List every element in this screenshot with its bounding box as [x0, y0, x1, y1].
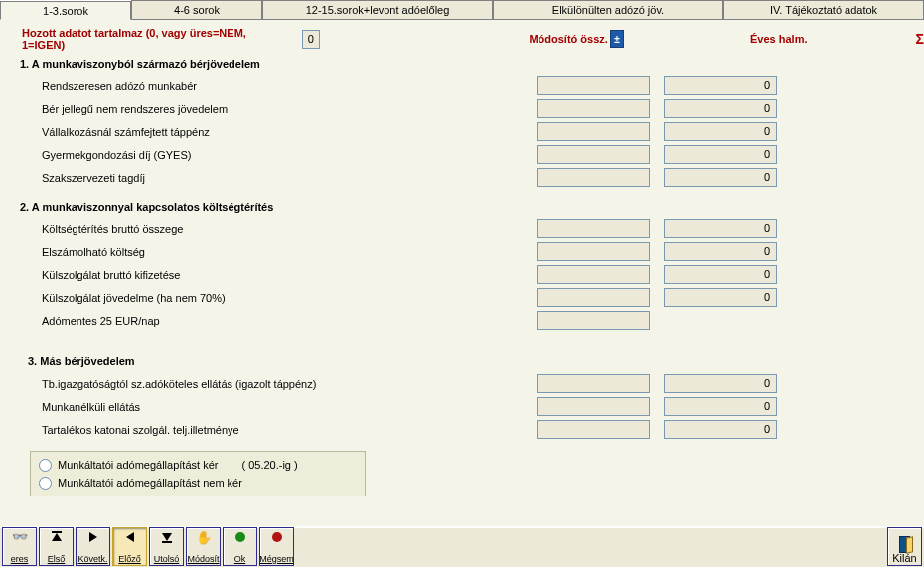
radio-icon	[39, 477, 52, 490]
annual-input[interactable]: 0	[664, 265, 777, 284]
mod-input[interactable]	[537, 168, 650, 187]
radio-label: Munkáltatói adómegállapítást nem kér	[58, 477, 242, 489]
last-button[interactable]: Utolsó	[149, 527, 184, 566]
mod-input[interactable]	[537, 420, 650, 439]
radio-date: ( 05.20.-ig )	[241, 459, 297, 471]
mod-input[interactable]	[537, 76, 650, 95]
button-label: Utolsó	[154, 554, 180, 564]
employer-assessment-group: Munkáltatói adómegállapítást kér ( 05.20…	[30, 451, 366, 496]
row-label: Adómentes 25 EUR/nap	[0, 315, 499, 327]
prev-icon	[122, 530, 138, 544]
button-label: Mégsem	[259, 554, 294, 564]
tab-separate[interactable]: Elkülönülten adózó jöv.	[493, 0, 723, 19]
first-button[interactable]: Első	[39, 527, 74, 566]
mod-input[interactable]	[537, 265, 650, 284]
hand-icon: ✋	[196, 530, 212, 544]
row-label: Szakszervezeti tagdíj	[0, 172, 499, 184]
annual-input[interactable]: 0	[664, 122, 777, 141]
exit-button[interactable]: Kilán	[887, 527, 922, 566]
door-exit-icon	[897, 536, 913, 552]
button-label: eres	[11, 554, 29, 564]
radio-icon	[39, 459, 52, 472]
next-icon	[85, 530, 101, 544]
mod-input[interactable]	[537, 99, 650, 118]
form-panel: Hozott adatot tartalmaz (0, vagy üres=NE…	[0, 20, 924, 522]
mod-input[interactable]	[537, 122, 650, 141]
annual-input[interactable]: 0	[664, 76, 777, 95]
annual-input[interactable]: 0	[664, 99, 777, 118]
next-button[interactable]: Követk.	[76, 527, 110, 566]
annual-input[interactable]: 0	[664, 288, 777, 307]
annual-input[interactable]: 0	[664, 397, 777, 416]
search-button[interactable]: 👓 eres	[2, 527, 37, 566]
last-icon	[159, 530, 175, 544]
button-label: Követk.	[77, 554, 107, 564]
mod-sum-label: Módosító össz.	[320, 33, 608, 45]
annual-input[interactable]: 0	[664, 420, 777, 439]
annual-input[interactable]: 0	[664, 219, 777, 238]
modify-button[interactable]: ✋ Módosít	[186, 527, 221, 566]
annual-input[interactable]: 0	[664, 374, 777, 393]
cancel-icon	[269, 530, 285, 544]
tab-1-3[interactable]: 1-3.sorok	[0, 1, 131, 20]
mod-input[interactable]	[537, 311, 650, 330]
radio-label: Munkáltatói adómegállapítást kér	[58, 459, 218, 471]
tab-bar: 1-3.sorok 4-6 sorok 12-15.sorok+levont a…	[0, 0, 924, 20]
mod-input[interactable]	[537, 219, 650, 238]
binoculars-icon: 👓	[12, 530, 28, 544]
annual-input[interactable]: 0	[664, 145, 777, 164]
row-label: Munkanélküli ellátás	[0, 401, 499, 413]
mod-input[interactable]	[537, 288, 650, 307]
row-label: Elszámolható költség	[0, 246, 499, 258]
button-label: Módosít	[187, 554, 219, 564]
section-3-title: 3. Más bérjövedelem	[0, 355, 485, 367]
row-label: Bér jellegű nem rendszeres jövedelem	[0, 103, 499, 115]
mod-input[interactable]	[537, 242, 650, 261]
row-label: Rendszeresen adózó munkabér	[0, 80, 499, 92]
sigma-icon[interactable]: Σ	[916, 31, 924, 47]
ok-button[interactable]: Ok	[223, 527, 257, 566]
radio-request-no[interactable]: Munkáltatói adómegállapítást nem kér	[39, 474, 357, 492]
section-1-title: 1. A munkaviszonyból származó bérjövedel…	[0, 58, 477, 70]
ok-icon	[232, 530, 248, 544]
mod-input[interactable]	[537, 145, 650, 164]
plus-minus-icon[interactable]: ±	[610, 30, 624, 48]
button-label: Előző	[118, 554, 141, 564]
button-label: Ok	[234, 554, 246, 564]
mod-input[interactable]	[537, 374, 650, 393]
row-label: Vállalkozásnál számfejtett táppénz	[0, 126, 499, 138]
row-label: Külszolgálat jövedelme (ha nem 70%)	[0, 292, 499, 304]
annual-input[interactable]: 0	[664, 168, 777, 187]
row-label: Külszolgálat bruttó kifizetése	[0, 269, 499, 281]
button-label: Kilán	[892, 552, 916, 564]
first-icon	[49, 530, 65, 544]
row-label: Tartalékos katonai szolgál. telj.illetmé…	[0, 424, 499, 436]
row-label: Költségtérítés bruttó összege	[0, 223, 499, 235]
row-label: Gyermekgondozási díj (GYES)	[0, 149, 499, 161]
cancel-button[interactable]: Mégsem	[259, 527, 294, 566]
tab-12-15[interactable]: 12-15.sorok+levont adóelőleg	[262, 0, 493, 19]
annual-input[interactable]: 0	[664, 242, 777, 261]
prev-button[interactable]: Előző	[112, 527, 147, 566]
carried-value-box[interactable]: 0	[302, 30, 321, 49]
section-2-title: 2. A munkaviszonnyal kapcsolatos költség…	[0, 201, 477, 213]
carried-label: Hozott adatot tartalmaz (0, vagy üres=NE…	[0, 27, 288, 51]
tab-4-6[interactable]: 4-6 sorok	[131, 0, 262, 19]
row-label: Tb.igazgatóságtól sz.adóköteles ellátás …	[0, 378, 499, 390]
bottom-toolbar: 👓 eres Első Követk. Előző Utolsó ✋ Módos…	[0, 526, 924, 567]
tab-info[interactable]: IV. Tájékoztató adatok	[723, 0, 924, 19]
button-label: Első	[48, 554, 66, 564]
annual-label: Éves halm.	[624, 33, 912, 45]
radio-request-yes[interactable]: Munkáltatói adómegállapítást kér ( 05.20…	[39, 456, 357, 474]
mod-input[interactable]	[537, 397, 650, 416]
